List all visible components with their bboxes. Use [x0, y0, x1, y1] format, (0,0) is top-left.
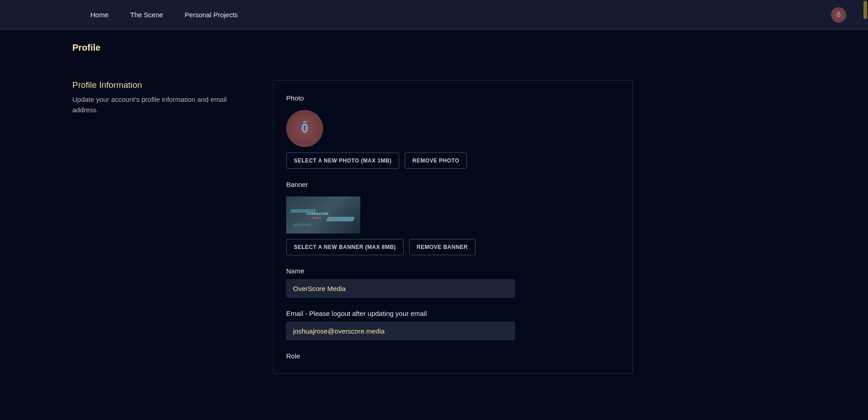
remove-photo-button[interactable]: REMOVE PHOTO: [405, 153, 467, 169]
banner-label: Banner: [286, 181, 620, 188]
role-label: Role: [286, 352, 620, 360]
section-description: Update your account's profile informatio…: [72, 95, 244, 115]
main-content: Profile Profile Information Update your …: [0, 30, 705, 392]
photo-glyph-icon: Ō: [301, 122, 308, 135]
name-field-group: Name: [286, 267, 620, 298]
top-nav: Home The Scene Personal Projects Ō: [0, 0, 868, 30]
avatar-glyph-icon: Ō: [836, 12, 840, 18]
email-field-group: Email - Please logout after updating you…: [286, 310, 620, 340]
section-intro: Profile Information Update your account'…: [72, 80, 244, 374]
photo-preview: Ō: [286, 110, 323, 147]
nav-home[interactable]: Home: [0, 0, 119, 29]
nav-the-scene[interactable]: The Scene: [119, 0, 174, 29]
banner-graphic-icon: OVERSCORE MEDIA: [286, 196, 360, 234]
photo-label: Photo: [286, 94, 620, 102]
role-field-group: Role: [286, 352, 620, 360]
banner-field-group: Banner OVERSCORE MEDIA SELECT A NEW BANN…: [286, 181, 620, 255]
name-label: Name: [286, 267, 620, 275]
remove-banner-button[interactable]: REMOVE BANNER: [409, 239, 476, 255]
banner-button-row: SELECT A NEW BANNER (MAX 8MB) REMOVE BAN…: [286, 239, 620, 255]
email-label: Email - Please logout after updating you…: [286, 310, 620, 317]
section-heading: Profile Information: [72, 80, 244, 90]
page-title: Profile: [72, 43, 633, 53]
select-photo-button[interactable]: SELECT A NEW PHOTO (MAX 1MB): [286, 153, 399, 169]
name-input[interactable]: [286, 279, 515, 298]
scrollbar: [862, 0, 868, 420]
profile-form-panel: Photo Ō SELECT A NEW PHOTO (MAX 1MB) REM…: [273, 80, 633, 374]
select-banner-button[interactable]: SELECT A NEW BANNER (MAX 8MB): [286, 239, 404, 255]
user-avatar-menu[interactable]: Ō: [831, 7, 846, 23]
nav-personal-projects[interactable]: Personal Projects: [174, 0, 249, 29]
banner-preview: OVERSCORE MEDIA: [286, 196, 360, 234]
content-wrap: Profile Information Update your account'…: [72, 80, 633, 374]
email-input[interactable]: [286, 322, 515, 340]
photo-button-row: SELECT A NEW PHOTO (MAX 1MB) REMOVE PHOT…: [286, 153, 620, 169]
photo-field-group: Photo Ō SELECT A NEW PHOTO (MAX 1MB) REM…: [286, 94, 620, 169]
nav-items-container: Home The Scene Personal Projects: [0, 0, 249, 29]
